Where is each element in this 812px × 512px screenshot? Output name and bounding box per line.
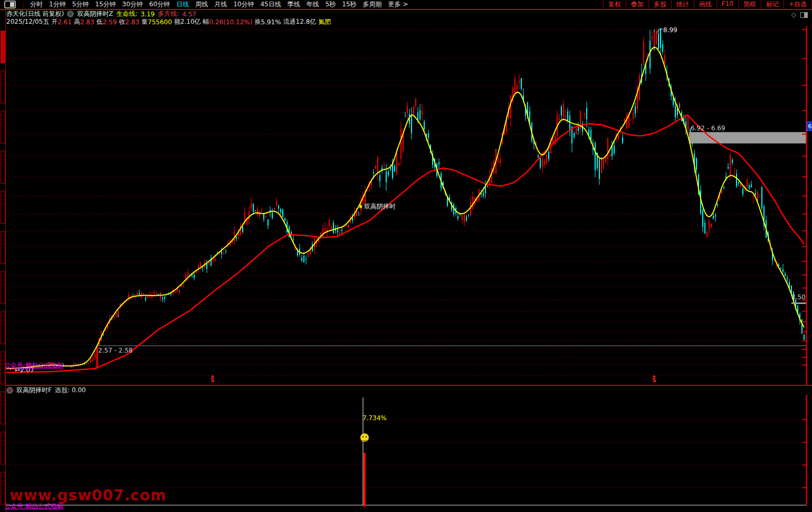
toolbar-item-标记[interactable]: 标记 bbox=[761, 0, 784, 9]
toolbar-item-多股[interactable]: 多股 bbox=[648, 0, 671, 9]
left-strip-segment[interactable] bbox=[1, 191, 5, 224]
indicator-collapse-icon[interactable]: ∨ bbox=[67, 11, 74, 17]
panel-separator[interactable] bbox=[0, 385, 812, 386]
menu-separator bbox=[23, 2, 24, 8]
window-panel-icon[interactable] bbox=[4, 1, 16, 8]
menu-item-日线[interactable]: 日线 bbox=[173, 0, 192, 9]
split-panel-icon[interactable] bbox=[800, 12, 808, 18]
menu-item-45日线[interactable]: 45日线 bbox=[257, 0, 284, 9]
range-value: 0.26(10.12%) bbox=[209, 18, 253, 26]
menu-item-60分钟[interactable]: 60分钟 bbox=[146, 0, 173, 9]
subchart-indicator-name[interactable]: 双高阴择时F bbox=[16, 386, 52, 395]
close-value: 2.83 bbox=[125, 18, 139, 26]
select-label: 选股: bbox=[55, 386, 70, 395]
toolbar-item-+自选[interactable]: +自选 bbox=[784, 0, 812, 9]
low-label: 低 bbox=[97, 17, 103, 26]
left-strip-segment[interactable] bbox=[1, 111, 5, 144]
left-strip-segment[interactable] bbox=[1, 271, 5, 304]
quote-bar: 赤天化(日线 前复权) ∨ 双高阴择时Z 生命线: 3.19 多方线: 4.57 bbox=[6, 10, 196, 18]
left-strip-segment[interactable] bbox=[1, 71, 5, 103]
select-value: 0.00 bbox=[72, 386, 86, 394]
high-value: 2.83 bbox=[80, 18, 94, 26]
toolbar-item-画线[interactable]: 画线 bbox=[694, 0, 717, 9]
menu-item-5分钟[interactable]: 5分钟 bbox=[69, 0, 92, 9]
close-label: 收 bbox=[119, 17, 125, 26]
menu-item-月线[interactable]: 月线 bbox=[211, 0, 230, 9]
float-value: 12.8亿 bbox=[296, 17, 317, 26]
left-strip-segment[interactable] bbox=[1, 432, 5, 464]
subchart-indicator-panel[interactable] bbox=[5, 395, 808, 508]
sector-tag[interactable]: 氮肥 bbox=[318, 17, 331, 26]
menu-item-年线[interactable]: 年线 bbox=[303, 0, 322, 9]
left-toolbar-strip[interactable] bbox=[0, 10, 6, 512]
left-strip-segment[interactable] bbox=[1, 311, 5, 344]
subchart-collapse-icon[interactable]: ∨ bbox=[6, 387, 13, 394]
float-label: 流通 bbox=[283, 17, 296, 26]
menu-item-10分钟[interactable]: 10分钟 bbox=[230, 0, 257, 9]
volume-label: 量 bbox=[141, 17, 148, 26]
toolbar-right-items: 复权叠加多股统计画线F10简框标记+自选 bbox=[603, 0, 812, 9]
left-strip-segment[interactable] bbox=[1, 231, 5, 264]
period-menubar: 分时1分钟5分钟15分钟30分钟60分钟日线周线月线10分钟45日线季线年线5秒… bbox=[0, 0, 812, 10]
toolbar-item-统计[interactable]: 统计 bbox=[671, 0, 694, 9]
amount-value: 2.10亿 bbox=[180, 17, 201, 26]
toolbar-item-简框[interactable]: 简框 bbox=[738, 0, 761, 9]
turnover-label: 换 bbox=[254, 17, 261, 26]
menu-item-1分钟[interactable]: 1分钟 bbox=[46, 0, 69, 9]
open-value: 2.61 bbox=[58, 18, 72, 26]
menu-item-周线[interactable]: 周线 bbox=[192, 0, 211, 9]
left-strip-segment[interactable] bbox=[1, 31, 5, 63]
bull-line-value: 4.57 bbox=[182, 11, 196, 18]
menu-item-15秒[interactable]: 15秒 bbox=[339, 0, 359, 9]
main-candlestick-chart[interactable] bbox=[5, 26, 808, 385]
diamond-icon[interactable]: ◇ bbox=[791, 11, 796, 18]
left-strip-segment[interactable] bbox=[1, 392, 5, 424]
toolbar-item-叠加[interactable]: 叠加 bbox=[626, 0, 648, 9]
subchart-header: ∨ 双高阴择时F 选股: 0.00 bbox=[6, 386, 86, 394]
left-strip-segment[interactable] bbox=[1, 151, 5, 184]
menu-item-30分钟[interactable]: 30分钟 bbox=[119, 0, 146, 9]
amount-label: 额 bbox=[174, 17, 180, 26]
trade-date: 2025/12/05五 bbox=[6, 17, 49, 26]
menu-item-多周期[interactable]: 多周期 bbox=[360, 0, 385, 9]
high-label: 高 bbox=[74, 17, 80, 26]
toolbar-item-F10[interactable]: F10 bbox=[717, 0, 738, 9]
open-label: 开 bbox=[51, 17, 58, 26]
life-line-value: 3.19 bbox=[140, 11, 155, 18]
tdx-stock-app-window: 分时1分钟5分钟15分钟30分钟60分钟日线周线月线10分钟45日线季线年线5秒… bbox=[0, 0, 812, 512]
left-strip-segment[interactable] bbox=[1, 472, 5, 505]
menu-item-季线[interactable]: 季线 bbox=[284, 0, 303, 9]
status-bar: 2025/12/05五 开2.61 高2.83 低2.59 收2.83 量755… bbox=[6, 18, 331, 26]
menu-item-5秒[interactable]: 5秒 bbox=[322, 0, 339, 9]
menu-item-15分钟[interactable]: 15分钟 bbox=[92, 0, 119, 9]
menu-item-分时[interactable]: 分时 bbox=[27, 0, 46, 9]
period-menu-items: 分时1分钟5分钟15分钟30分钟60分钟日线周线月线10分钟45日线季线年线5秒… bbox=[27, 0, 411, 9]
low-value: 2.59 bbox=[103, 18, 117, 26]
turnover-value: 5.91% bbox=[261, 18, 281, 26]
left-strip-segment[interactable] bbox=[1, 352, 5, 384]
range-label: 幅 bbox=[203, 17, 209, 26]
menu-item-更多 >[interactable]: 更多 > bbox=[385, 0, 412, 9]
volume-value: 755600 bbox=[148, 18, 172, 26]
main-indicator-name[interactable]: 双高阴择时Z bbox=[77, 10, 113, 18]
toolbar-item-复权[interactable]: 复权 bbox=[603, 0, 626, 9]
